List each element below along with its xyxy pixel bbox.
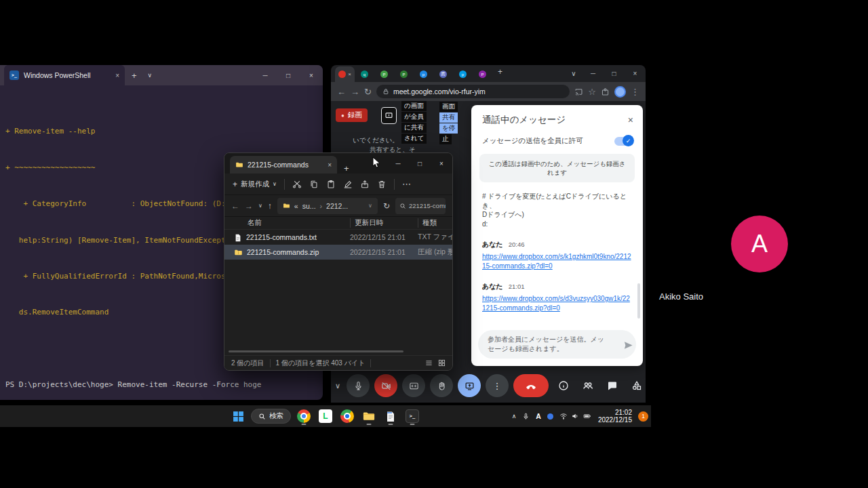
cut-icon[interactable] xyxy=(292,180,302,189)
browser-tab[interactable]: 図 × xyxy=(433,66,453,82)
lock-icon xyxy=(382,88,389,95)
raise-hand-button[interactable] xyxy=(430,374,453,397)
maximize-button[interactable]: □ xyxy=(409,153,431,174)
new-explorer-tab-button[interactable]: + xyxy=(337,163,356,174)
close-button[interactable]: × xyxy=(431,153,452,174)
new-tab-button[interactable]: + xyxy=(492,67,508,79)
close-button[interactable]: × xyxy=(625,65,646,82)
back-icon[interactable]: ← xyxy=(231,201,239,211)
explorer-search-box[interactable]: 221215-comm xyxy=(395,198,446,214)
up-icon[interactable]: ↑ xyxy=(268,201,272,211)
camera-off-button[interactable] xyxy=(374,374,397,397)
dropbox-link[interactable]: https://www.dropbox.com/s/d3vuzsyy030gw1… xyxy=(482,294,632,312)
horizontal-scrollbar[interactable] xyxy=(229,350,403,352)
tab-close-icon[interactable]: × xyxy=(328,161,332,169)
extensions-icon[interactable] xyxy=(601,87,610,96)
terminal-tab-dropdown-icon[interactable]: ∨ xyxy=(144,72,157,79)
captions-button[interactable] xyxy=(402,374,425,397)
stop-sharing-button-fragment[interactable]: 画面 共有 を停 止 xyxy=(439,102,458,145)
network-volume-battery[interactable] xyxy=(559,412,592,420)
browser-tab[interactable]: P × xyxy=(473,66,492,82)
breadcrumb[interactable]: « su... › 2212... ∨ xyxy=(277,198,378,214)
delete-icon[interactable] xyxy=(377,180,387,189)
column-type[interactable]: 種類 xyxy=(418,218,452,228)
new-item-button[interactable]: + 新規作成 ∨ xyxy=(233,180,277,189)
mic-button[interactable] xyxy=(347,374,370,397)
search-value: 221215-comm xyxy=(409,202,446,209)
dropbox-link[interactable]: https://www.dropbox.com/s/k1gzhkml0t9kno… xyxy=(482,252,632,270)
file-explorer-taskbar-icon[interactable] xyxy=(360,407,378,425)
more-commands-icon[interactable]: ⋯ xyxy=(402,179,411,189)
taskbar-clock[interactable]: 21:02 2022/12/15 xyxy=(598,409,632,424)
meeting-details-icon[interactable] xyxy=(558,380,569,391)
rename-icon[interactable] xyxy=(343,180,353,189)
browser-tab[interactable]: × xyxy=(335,66,355,82)
large-icons-view-icon[interactable] xyxy=(438,359,446,367)
maximize-button[interactable]: □ xyxy=(604,65,625,82)
refresh-icon[interactable]: ↻ xyxy=(383,201,390,211)
activities-icon[interactable] xyxy=(631,380,642,391)
wifi-icon xyxy=(559,412,568,420)
profile-avatar[interactable] xyxy=(614,86,626,98)
forward-icon[interactable]: → xyxy=(351,87,359,97)
forward-icon[interactable]: → xyxy=(245,201,253,211)
overlay-note: いでください。 xyxy=(353,136,399,145)
cast-icon[interactable] xyxy=(574,87,583,96)
back-icon[interactable]: ← xyxy=(337,87,346,97)
allow-messages-toggle[interactable]: ✓ xyxy=(614,137,633,146)
chat-input[interactable]: 参加者全員にメッセージを送信。メッセージも録画されます。 xyxy=(478,330,636,359)
collapse-toolbar-icon[interactable]: ∨ xyxy=(334,382,342,390)
browser-tab[interactable]: q × xyxy=(355,66,374,82)
send-icon[interactable] xyxy=(623,340,633,350)
browser-menu-icon[interactable]: ⋮ xyxy=(631,87,639,97)
tray-mic-icon[interactable] xyxy=(522,413,530,420)
leave-call-button[interactable] xyxy=(513,374,549,397)
paste-icon[interactable] xyxy=(326,180,336,189)
chat-icon[interactable] xyxy=(607,380,618,391)
notepad-taskbar-icon[interactable] xyxy=(382,407,399,425)
chat-scrollbar[interactable] xyxy=(637,283,640,319)
browser-tab[interactable]: p × xyxy=(414,66,433,82)
tray-status-dot[interactable] xyxy=(547,413,553,420)
browser-tab[interactable]: p × xyxy=(453,66,473,82)
minimize-button[interactable]: ─ xyxy=(583,65,604,82)
explorer-tab[interactable]: 221215-commands × xyxy=(230,156,337,174)
close-button[interactable]: × xyxy=(300,65,323,85)
column-name[interactable]: 名前 xyxy=(234,218,350,228)
browser-tab[interactable]: P × xyxy=(374,66,394,82)
minimize-button[interactable]: ─ xyxy=(254,65,277,85)
minimize-button[interactable]: ─ xyxy=(387,153,409,174)
more-options-button[interactable]: ⋮ xyxy=(486,374,509,397)
volume-icon xyxy=(571,412,579,420)
bookmark-star-icon[interactable]: ☆ xyxy=(588,87,596,97)
start-button[interactable] xyxy=(229,407,247,425)
chrome-taskbar-icon[interactable] xyxy=(295,407,313,425)
column-modified[interactable]: 更新日時 xyxy=(350,218,418,228)
file-row[interactable]: 221215-commands.txt 2022/12/15 21:01 TXT… xyxy=(224,230,452,245)
people-icon[interactable] xyxy=(583,380,593,391)
line-app-icon[interactable]: L xyxy=(317,407,334,425)
tray-expand-icon[interactable]: ∧ xyxy=(512,413,517,420)
notification-badge[interactable]: 1 xyxy=(638,411,648,422)
tab-close-icon[interactable]: × xyxy=(115,72,119,79)
recent-locations-icon[interactable]: ∨ xyxy=(258,203,262,209)
terminal-tab[interactable]: >_ Windows PowerShell × xyxy=(4,65,125,85)
ime-indicator[interactable]: A xyxy=(536,412,541,420)
tab-close-icon[interactable]: × xyxy=(348,71,351,77)
taskbar-search[interactable]: 検索 xyxy=(251,409,291,424)
maximize-button[interactable]: □ xyxy=(277,65,300,85)
tab-search-icon[interactable]: ∨ xyxy=(565,65,583,82)
copy-icon[interactable] xyxy=(309,180,319,189)
browser-tab[interactable]: P × xyxy=(394,66,414,82)
address-bar[interactable]: meet.google.com/vio-rfur-yim xyxy=(376,85,570,98)
new-terminal-tab-button[interactable]: + xyxy=(125,70,144,81)
terminal-taskbar-icon[interactable]: >_ xyxy=(403,407,421,425)
present-stop-icon[interactable] xyxy=(381,107,397,124)
details-view-icon[interactable] xyxy=(425,359,433,367)
file-row-selected[interactable]: 221215-commands.zip 2022/12/15 21:01 圧縮 … xyxy=(224,245,452,260)
share-icon[interactable] xyxy=(360,180,370,189)
browser-app-icon[interactable] xyxy=(338,407,356,425)
chat-close-icon[interactable]: × xyxy=(628,115,633,125)
present-button[interactable] xyxy=(458,374,481,397)
refresh-icon[interactable]: ↻ xyxy=(364,87,372,97)
